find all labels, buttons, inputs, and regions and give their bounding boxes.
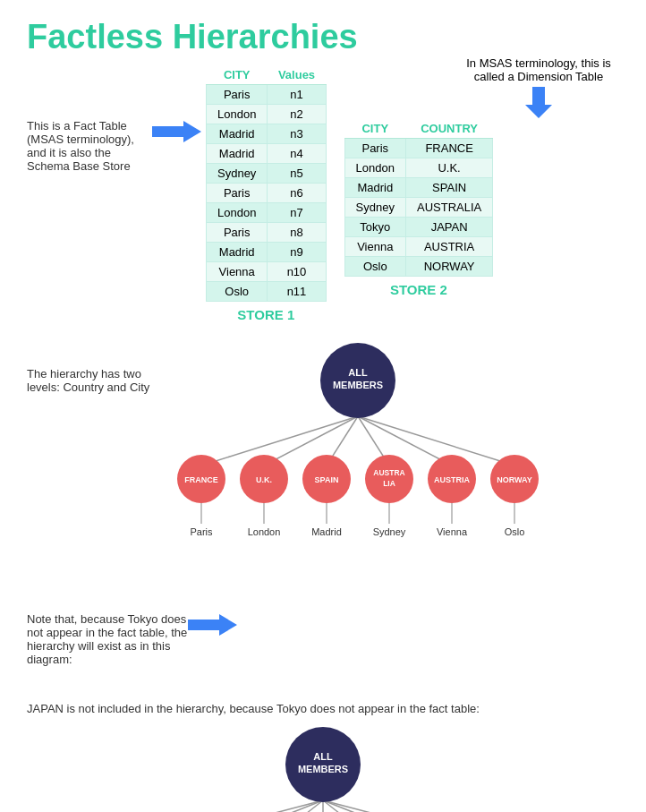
table-cell: AUSTRIA: [405, 237, 492, 257]
table-cell: SPAIN: [405, 178, 492, 198]
top-section: This is a Fact Table (MSAS terminology),…: [27, 65, 619, 322]
table-row: ParisFRANCE: [344, 139, 493, 158]
svg-text:FRANCE: FRANCE: [184, 475, 218, 484]
page-title: Factless Hierarchies: [27, 18, 619, 56]
table-row: Parisn1: [207, 85, 327, 105]
table-cell: London: [207, 105, 268, 124]
table-row: Sydneyn5: [207, 164, 327, 184]
tree1-wrapper: ALL MEMBERS FRANCE U.K. SPAIN AUSTRA LIA…: [170, 340, 619, 550]
store2-header-city: CITY: [344, 119, 405, 139]
store1-header-city: CITY: [207, 65, 268, 85]
table-cell: Oslo: [207, 282, 268, 302]
page: Factless Hierarchies This is a Fact Tabl…: [0, 0, 646, 812]
table-cell: n1: [268, 85, 326, 105]
table-row: Londonn2: [207, 105, 327, 124]
table-row: SydneyAUSTRALIA: [344, 198, 493, 218]
table-cell: Vienna: [207, 262, 268, 282]
svg-text:ALL: ALL: [313, 751, 333, 762]
note-label: Note that, because Tokyo does not appear…: [27, 559, 188, 666]
table-cell: n10: [268, 262, 326, 282]
svg-text:Vienna: Vienna: [437, 526, 468, 537]
store1-label: STORE 1: [206, 307, 327, 322]
svg-text:Paris: Paris: [190, 526, 213, 537]
table-cell: AUSTRALIA: [405, 198, 492, 218]
table-cell: Paris: [344, 139, 405, 158]
svg-text:Madrid: Madrid: [311, 526, 342, 537]
fact-table-label: This is a Fact Table (MSAS terminology),…: [27, 65, 152, 173]
down-arrow-icon: [525, 87, 552, 118]
svg-text:LIA: LIA: [383, 479, 395, 488]
right-arrow-2-icon: [188, 612, 237, 637]
table-row: Madridn9: [207, 243, 327, 262]
table-cell: n9: [268, 243, 326, 262]
table-cell: Vienna: [344, 237, 405, 257]
table-row: Madridn3: [207, 124, 327, 144]
svg-text:SPAIN: SPAIN: [315, 475, 339, 484]
store1-table: CITY Values Parisn1Londonn2Madridn3Madri…: [206, 65, 327, 302]
table-cell: NORWAY: [405, 257, 492, 277]
table-cell: Sydney: [344, 198, 405, 218]
svg-text:AUSTRIA: AUSTRIA: [434, 475, 470, 484]
table-row: Madridn4: [207, 144, 327, 164]
store1-header-values: Values: [268, 65, 326, 85]
table-row: Londonn7: [207, 203, 327, 223]
svg-line-42: [323, 800, 448, 812]
right-arrow-icon: [152, 119, 201, 144]
svg-line-38: [198, 800, 323, 812]
svg-line-41: [323, 800, 386, 812]
svg-text:London: London: [248, 526, 281, 537]
store2-container: CITY COUNTRY ParisFRANCELondonU.K.Madrid…: [344, 119, 494, 297]
tree2-wrapper: ALL MEMBERS FRANCE U.K. SPAIN AUSTRA LIA…: [27, 724, 619, 812]
dimension-note: In MSAS terminology, this is called a Di…: [458, 56, 619, 118]
table-cell: London: [344, 158, 405, 178]
table-cell: Madrid: [344, 178, 405, 198]
table-row: Viennan10: [207, 262, 327, 282]
tree1-svg: ALL MEMBERS FRANCE U.K. SPAIN AUSTRA LIA…: [170, 340, 546, 546]
table-row: Parisn8: [207, 223, 327, 243]
store2-header-country: COUNTRY: [405, 119, 492, 139]
table-row: MadridSPAIN: [344, 178, 493, 198]
table-cell: Tokyo: [344, 218, 405, 237]
bottom-section: JAPAN is not included in the hierarchy, …: [27, 702, 619, 812]
table-cell: n2: [268, 105, 326, 124]
svg-marker-1: [525, 87, 552, 118]
table-cell: Paris: [207, 223, 268, 243]
store2-label: STORE 2: [344, 282, 494, 297]
svg-line-39: [260, 800, 323, 812]
svg-marker-36: [188, 614, 237, 636]
hierarchy-label: The hierarchy has two levels: Country an…: [27, 340, 170, 394]
hierarchy-section-1: The hierarchy has two levels: Country an…: [27, 340, 619, 550]
table-cell: Madrid: [207, 243, 268, 262]
japan-label: JAPAN is not included in the hierarchy, …: [27, 702, 619, 715]
table-row: Oslon11: [207, 282, 327, 302]
table-cell: n4: [268, 144, 326, 164]
table-row: Parisn6: [207, 184, 327, 203]
table-cell: n11: [268, 282, 326, 302]
table-cell: n5: [268, 164, 326, 184]
table-row: ViennaAUSTRIA: [344, 237, 493, 257]
table-cell: U.K.: [405, 158, 492, 178]
table-cell: JAPAN: [405, 218, 492, 237]
svg-marker-0: [152, 121, 201, 142]
table-cell: Paris: [207, 85, 268, 105]
tables-wrapper: In MSAS terminology, this is called a Di…: [206, 65, 619, 322]
table-row: TokyoJAPAN: [344, 218, 493, 237]
table-cell: Paris: [207, 184, 268, 203]
svg-text:AUSTRA: AUSTRA: [373, 468, 404, 477]
store1-container: CITY Values Parisn1Londonn2Madridn3Madri…: [206, 65, 327, 322]
svg-text:Sydney: Sydney: [373, 526, 406, 537]
table-cell: Oslo: [344, 257, 405, 277]
table-cell: n3: [268, 124, 326, 144]
table-cell: FRANCE: [405, 139, 492, 158]
svg-text:Oslo: Oslo: [505, 526, 525, 537]
svg-line-37: [135, 800, 323, 812]
table-cell: n8: [268, 223, 326, 243]
arrow-right-1: [152, 65, 206, 144]
table-cell: Sydney: [207, 164, 268, 184]
svg-line-43: [323, 800, 511, 812]
table-cell: London: [207, 203, 268, 223]
svg-text:MEMBERS: MEMBERS: [298, 764, 348, 774]
table-cell: n6: [268, 184, 326, 203]
tree2-svg: ALL MEMBERS FRANCE U.K. SPAIN AUSTRA LIA…: [108, 724, 538, 812]
arrow-right-2: [188, 559, 242, 637]
